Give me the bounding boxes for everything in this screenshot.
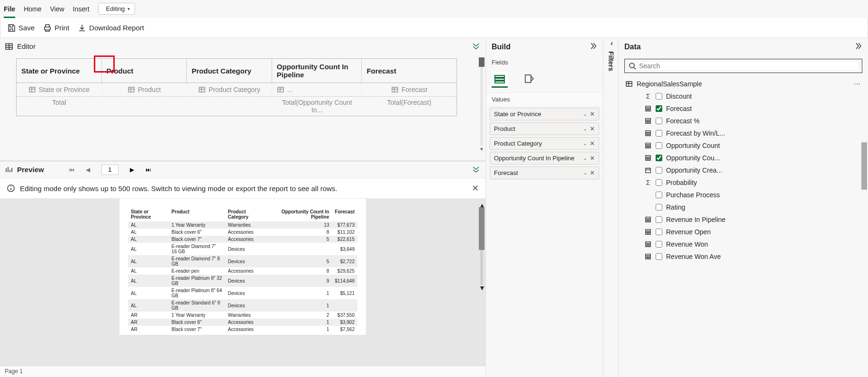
- value-pill[interactable]: Product⌄✕: [490, 122, 599, 135]
- scroll-thumb[interactable]: [861, 142, 867, 190]
- col-header-forecast[interactable]: Forecast: [362, 59, 457, 83]
- col-header-product[interactable]: Product: [102, 59, 187, 83]
- preview-col-header: Opportunity Count In Pipeline: [267, 207, 332, 221]
- field-checkbox[interactable]: [656, 229, 662, 235]
- calc-icon: [644, 117, 652, 125]
- tab-view[interactable]: View: [50, 0, 64, 18]
- scroll-thumb[interactable]: [479, 57, 484, 67]
- remove-pill-button[interactable]: ✕: [590, 110, 595, 118]
- chevron-down-icon[interactable]: ⌄: [583, 156, 587, 161]
- data-field-row[interactable]: Forecast: [622, 102, 864, 115]
- collapse-preview-button[interactable]: [471, 164, 481, 175]
- remove-pill-button[interactable]: ✕: [590, 125, 595, 132]
- tab-home[interactable]: Home: [24, 0, 41, 18]
- field-checkbox[interactable]: [656, 241, 662, 248]
- sigma-icon: Σ: [644, 92, 652, 100]
- data-field-row[interactable]: Opportunity Cou...: [622, 152, 864, 164]
- info-icon: [7, 184, 15, 193]
- download-report-button[interactable]: Download Report: [78, 24, 144, 32]
- chevron-down-icon[interactable]: ⌄: [583, 111, 587, 117]
- info-close-button[interactable]: ✕: [472, 183, 479, 193]
- value-pill[interactable]: Forecast⌄✕: [490, 166, 599, 179]
- preview-scrollbar[interactable]: ▲ ▼: [479, 202, 484, 292]
- pager-next[interactable]: ▶: [130, 166, 134, 173]
- col-header-oppcount[interactable]: Opportunity Count In Pipeline: [272, 59, 362, 83]
- editor-scrollbar[interactable]: ▲ ▼: [479, 57, 484, 152]
- data-field-row[interactable]: Forecast %: [622, 115, 864, 127]
- tab-file[interactable]: File: [4, 0, 15, 18]
- pager-prev[interactable]: ◀: [86, 166, 90, 173]
- data-field-row[interactable]: ΣDiscount: [622, 90, 864, 102]
- editor-icon: [5, 42, 13, 51]
- data-field-row[interactable]: ΣProbability: [622, 176, 864, 189]
- build-format-view-button[interactable]: [521, 72, 537, 88]
- preview-row: ALE-reader Platinum 8" 64 GBDevices1$5,1…: [128, 287, 357, 299]
- data-field-row[interactable]: Revenue Won: [622, 238, 864, 250]
- field-placeholder[interactable]: State or Province: [17, 83, 102, 96]
- data-scrollbar[interactable]: [861, 71, 867, 275]
- field-checkbox[interactable]: [656, 93, 662, 100]
- chevron-down-icon[interactable]: ⌄: [583, 170, 587, 175]
- field-checkbox[interactable]: [656, 105, 662, 112]
- search-box[interactable]: [624, 59, 862, 73]
- scroll-down-icon[interactable]: ▼: [479, 147, 484, 152]
- value-pill[interactable]: Opportunity Count In Pipeline⌄✕: [490, 152, 599, 165]
- value-pill[interactable]: State or Province⌄✕: [490, 108, 599, 120]
- field-checkbox[interactable]: [656, 155, 662, 161]
- field-checkbox[interactable]: [656, 167, 662, 174]
- tab-insert[interactable]: Insert: [73, 0, 90, 18]
- data-field-row[interactable]: Opportunity Crea...: [622, 164, 864, 176]
- data-field-row[interactable]: Rating: [622, 201, 864, 213]
- data-field-row[interactable]: Opportunity Count: [622, 139, 864, 152]
- scroll-thumb[interactable]: [479, 207, 484, 250]
- collapse-editor-button[interactable]: [471, 41, 481, 52]
- data-field-row[interactable]: Revenue Won Ave: [622, 250, 864, 263]
- field-label: Revenue Open: [666, 228, 711, 236]
- field-checkbox[interactable]: [656, 204, 662, 211]
- print-button[interactable]: Print: [43, 24, 69, 32]
- remove-pill-button[interactable]: ✕: [590, 140, 595, 147]
- save-button[interactable]: Save: [7, 24, 35, 32]
- filters-panel-collapsed[interactable]: ‹‹ Filters: [603, 38, 619, 377]
- field-checkbox[interactable]: [656, 253, 662, 260]
- collapse-build-button[interactable]: [589, 42, 597, 52]
- field-checkbox[interactable]: [656, 130, 662, 137]
- field-checkbox[interactable]: [656, 118, 662, 124]
- field-placeholder[interactable]: Forecast: [362, 83, 457, 96]
- search-input[interactable]: [639, 62, 858, 70]
- scroll-down-icon[interactable]: ▼: [479, 284, 485, 292]
- field-placeholder[interactable]: Product: [102, 83, 187, 96]
- preview-row: AL1 Year WarrantyWarranties13$77,673: [128, 221, 357, 229]
- dataset-more-button[interactable]: ⋯: [854, 80, 861, 88]
- pill-label: Product: [494, 125, 580, 132]
- pager-first[interactable]: ⏮: [69, 166, 74, 173]
- print-label: Print: [55, 24, 69, 32]
- expand-filters-button[interactable]: ‹‹: [611, 41, 611, 46]
- editing-mode-button[interactable]: Editing ▾: [98, 3, 136, 15]
- remove-pill-button[interactable]: ✕: [590, 155, 595, 162]
- field-checkbox[interactable]: [656, 192, 662, 198]
- chevron-down-icon[interactable]: ⌄: [583, 126, 587, 131]
- data-field-row[interactable]: Revenue Open: [622, 226, 864, 238]
- dataset-row[interactable]: RegionalSalesSample ⋯: [622, 78, 864, 90]
- chevron-down-icon[interactable]: ⌄: [583, 141, 587, 146]
- remove-pill-button[interactable]: ✕: [590, 169, 595, 176]
- design-table[interactable]: State or Province Product Product Catego…: [16, 58, 457, 116]
- data-field-row[interactable]: Revenue In Pipeline: [622, 213, 864, 226]
- field-checkbox[interactable]: [656, 179, 662, 186]
- preview-row: ALE-reader Diamond 7" 16 GBDevices$3,649: [128, 243, 357, 255]
- field-placeholder[interactable]: ...: [272, 83, 362, 96]
- data-field-row[interactable]: Purchase Process: [622, 189, 864, 201]
- col-header-state[interactable]: State or Province: [17, 59, 102, 83]
- collapse-data-button[interactable]: [854, 42, 862, 52]
- data-field-row[interactable]: Forecast by Win/L...: [622, 127, 864, 139]
- field-checkbox[interactable]: [656, 216, 662, 223]
- field-label: Forecast: [666, 105, 692, 112]
- field-checkbox[interactable]: [656, 142, 662, 149]
- pager-last[interactable]: ⏭: [146, 166, 151, 173]
- col-header-category[interactable]: Product Category: [187, 59, 272, 83]
- value-pill[interactable]: Product Category⌄✕: [490, 137, 599, 150]
- build-table-view-button[interactable]: [492, 72, 508, 88]
- pager-page-input[interactable]: [101, 165, 119, 175]
- field-placeholder[interactable]: Product Category: [187, 83, 272, 96]
